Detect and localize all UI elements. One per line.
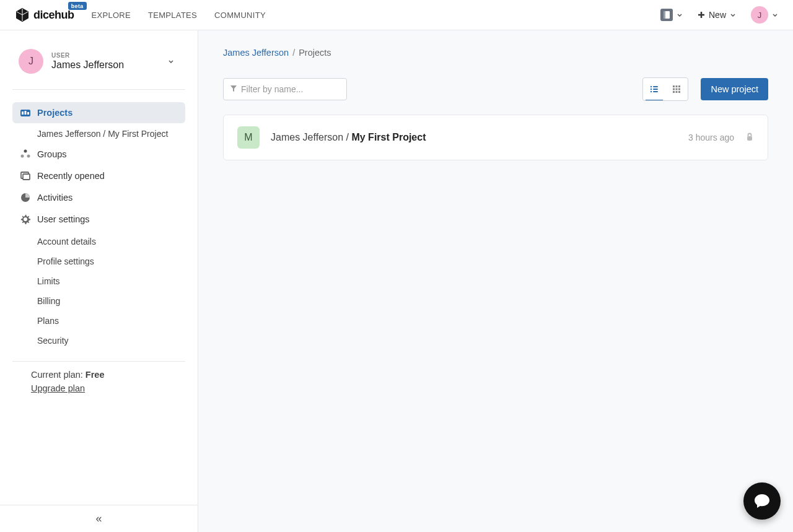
sidebar-label: Groups — [37, 149, 67, 159]
svg-rect-5 — [27, 112, 29, 115]
cube-icon — [15, 7, 30, 22]
chevron-down-icon — [772, 12, 778, 18]
sidebar-sub-plans[interactable]: Plans — [12, 311, 185, 331]
grid-view-button[interactable] — [665, 78, 688, 100]
svg-rect-16 — [653, 89, 658, 90]
sidebar-sub-billing[interactable]: Billing — [12, 291, 185, 311]
sidebar-item-recent[interactable]: Recently opened — [12, 165, 185, 186]
sidebar-sub-project[interactable]: James Jefferson / My First Project — [12, 124, 185, 144]
breadcrumb: James Jefferson / Projects — [223, 48, 768, 58]
chevron-down-icon — [677, 12, 683, 18]
groups-icon — [20, 149, 31, 160]
user-menu[interactable]: J — [751, 6, 778, 24]
svg-rect-4 — [25, 111, 27, 115]
header: dicehub beta EXPLORE TEMPLATES COMMUNITY… — [0, 0, 793, 30]
docs-dropdown[interactable] — [660, 9, 683, 21]
svg-rect-23 — [676, 89, 678, 90]
svg-rect-21 — [678, 85, 680, 87]
collapse-icon: « — [95, 512, 102, 525]
book-icon — [660, 9, 673, 21]
avatar: J — [19, 49, 43, 74]
upgrade-plan-link[interactable]: Upgrade plan — [31, 383, 167, 393]
filter-icon — [230, 84, 237, 95]
current-plan: Current plan: Free — [31, 370, 167, 380]
sidebar-label: Projects — [37, 108, 72, 118]
main-content: James Jefferson / Projects — [198, 30, 793, 532]
svg-point-17 — [651, 91, 652, 92]
svg-point-6 — [24, 150, 27, 153]
chevron-down-icon — [730, 12, 736, 18]
new-dropdown[interactable]: New — [698, 10, 736, 20]
svg-rect-22 — [673, 89, 675, 90]
breadcrumb-current: Projects — [299, 48, 331, 58]
divider — [12, 89, 185, 90]
sidebar: J USER James Jefferson Projects James Je… — [0, 30, 198, 532]
breadcrumb-user[interactable]: James Jefferson — [223, 48, 289, 58]
svg-rect-27 — [678, 91, 680, 93]
avatar: J — [751, 6, 768, 24]
sidebar-sub-limits[interactable]: Limits — [12, 271, 185, 291]
beta-badge: beta — [68, 2, 87, 10]
project-row[interactable]: M James Jefferson / My First Project 3 h… — [223, 115, 768, 160]
svg-rect-20 — [676, 85, 678, 87]
toolbar: New project — [223, 77, 768, 101]
project-avatar: M — [237, 126, 260, 149]
sidebar-label: Activities — [37, 193, 72, 203]
gear-icon — [20, 214, 31, 225]
new-project-button[interactable]: New project — [701, 78, 768, 100]
sidebar-item-projects[interactable]: Projects — [12, 102, 185, 123]
user-label: USER — [51, 52, 124, 59]
sidebar-sub-security[interactable]: Security — [12, 331, 185, 351]
grid-icon — [672, 84, 681, 94]
svg-rect-19 — [673, 85, 675, 87]
sidebar-item-activities[interactable]: Activities — [12, 187, 185, 208]
sidebar-sub-profile[interactable]: Profile settings — [12, 251, 185, 271]
svg-point-13 — [651, 86, 652, 87]
svg-rect-26 — [676, 91, 678, 93]
project-title: James Jefferson / My First Project — [271, 132, 426, 143]
svg-point-7 — [21, 155, 24, 158]
lock-icon — [745, 133, 754, 143]
sidebar-label: Recently opened — [37, 171, 105, 181]
logo-text: dicehub — [33, 9, 74, 22]
new-label: New — [709, 10, 726, 20]
projects-icon — [20, 107, 31, 118]
top-nav: EXPLORE TEMPLATES COMMUNITY — [92, 11, 266, 20]
svg-point-15 — [651, 89, 652, 90]
filter-box — [223, 78, 347, 100]
project-timestamp: 3 hours ago — [688, 133, 734, 142]
svg-rect-25 — [673, 91, 675, 93]
nav-templates[interactable]: TEMPLATES — [148, 11, 197, 20]
nav-community[interactable]: COMMUNITY — [214, 11, 266, 20]
chat-icon — [753, 492, 771, 510]
svg-rect-3 — [22, 111, 24, 115]
logo[interactable]: dicehub beta — [15, 7, 74, 22]
collapse-sidebar-button[interactable]: « — [0, 505, 198, 532]
activities-icon — [20, 192, 31, 203]
chevron-down-icon — [168, 58, 174, 64]
recent-icon — [20, 170, 31, 181]
nav-explore[interactable]: EXPLORE — [92, 11, 131, 20]
sidebar-item-groups[interactable]: Groups — [12, 144, 185, 165]
plan-section: Current plan: Free Upgrade plan — [12, 361, 185, 401]
view-toggle — [642, 77, 688, 101]
svg-rect-14 — [653, 86, 658, 87]
svg-point-12 — [24, 217, 27, 221]
chat-fab[interactable] — [743, 482, 781, 520]
sidebar-sub-account[interactable]: Account details — [12, 232, 185, 251]
filter-input[interactable] — [241, 84, 340, 94]
svg-rect-1 — [664, 11, 665, 19]
svg-rect-10 — [23, 174, 30, 180]
list-view-button[interactable] — [643, 78, 665, 100]
breadcrumb-sep: / — [292, 48, 295, 58]
svg-rect-18 — [653, 91, 658, 92]
svg-point-8 — [27, 155, 30, 158]
sidebar-user-switcher[interactable]: J USER James Jefferson — [0, 43, 198, 89]
user-name: James Jefferson — [51, 59, 124, 71]
sidebar-item-user-settings[interactable]: User settings — [12, 209, 185, 230]
svg-rect-24 — [678, 89, 680, 90]
sidebar-label: User settings — [37, 214, 90, 224]
list-icon — [649, 84, 659, 94]
plus-icon — [698, 11, 705, 19]
svg-rect-28 — [747, 136, 752, 141]
